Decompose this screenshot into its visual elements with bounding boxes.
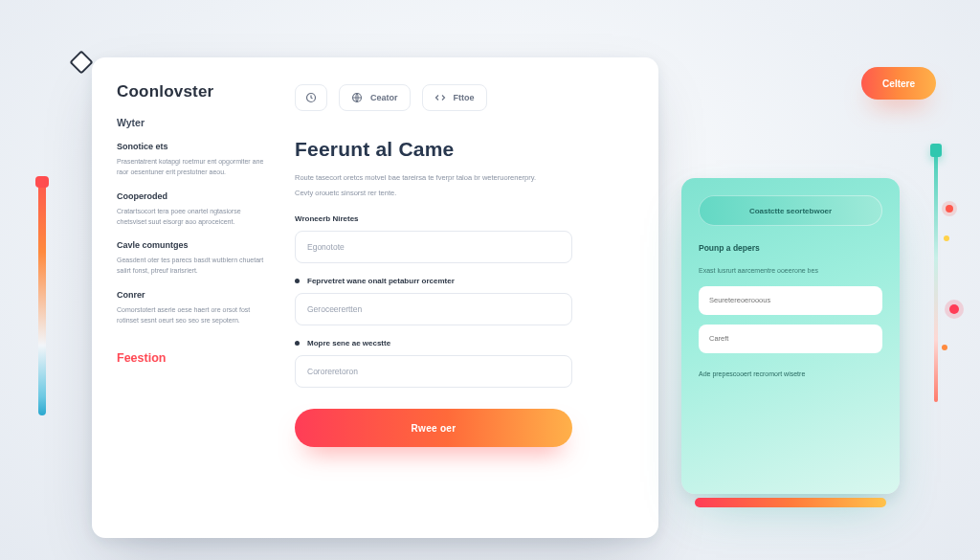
page-lead: Route tasecort oretcs motvel bae tareirs…	[295, 172, 620, 184]
tab-code[interactable]: Fttoe	[422, 84, 487, 111]
sidebar-footer-link[interactable]: Feestion	[117, 351, 166, 365]
sidebar-section-title[interactable]: Conrer	[117, 290, 268, 300]
panel-field-2[interactable]	[699, 325, 882, 353]
page-title: Feerunt al Came	[295, 138, 634, 161]
gauge-left	[38, 182, 46, 415]
tab-bar: Ceator Fttoe	[295, 84, 634, 111]
panel-heading: Pounp a depers	[699, 243, 882, 253]
primary-cta-button[interactable]: Celtere	[861, 67, 936, 100]
side-panel: Coastctte seortebwoer Pounp a depers Exa…	[681, 178, 900, 494]
clock-icon	[305, 92, 317, 103]
sidebar: Coonlovster Wyter Sonotice ets Prasentat…	[117, 82, 268, 513]
panel-accent-bar	[695, 498, 886, 507]
main-card: Coonlovster Wyter Sonotice ets Prasentat…	[92, 57, 658, 538]
globe-icon	[351, 92, 363, 103]
sidebar-section-body: Prasentatrent kotapgi roetmur ent opgorm…	[117, 157, 268, 178]
bullet-icon	[295, 341, 300, 346]
page-lead: Cevty orouetc sinsorst rer tente.	[295, 188, 620, 199]
sidebar-section-body: Cratartsocort tera poee onartel ngtasior…	[117, 207, 268, 228]
section-label: Wroneerb Niretes	[295, 214, 634, 223]
submit-button[interactable]: Rwee oer	[295, 409, 572, 447]
field-label: Mopre sene ae wecstte	[307, 339, 390, 347]
spark-dot	[949, 304, 959, 314]
sidebar-section-body: Geasdent oter tes parecs basdt wutblern …	[117, 256, 268, 277]
sidebar-section-title[interactable]: Cavle comuntges	[117, 240, 268, 250]
field-1[interactable]	[295, 231, 572, 263]
settings-icon[interactable]	[69, 50, 93, 74]
spark-dot	[942, 345, 947, 350]
main-column: Ceator Fttoe Feerunt al Came Route tasec…	[295, 82, 634, 513]
spark-dot	[944, 235, 949, 241]
panel-pill[interactable]: Coastctte seortebwoer	[699, 195, 882, 226]
tab-clock[interactable]	[295, 84, 327, 111]
bullet-icon	[295, 279, 300, 283]
code-icon	[434, 92, 446, 103]
tab-label: Ceator	[370, 93, 398, 102]
spark-dot	[946, 205, 953, 213]
brand-title: Coonlovster	[117, 82, 268, 101]
sidebar-subtitle: Wyter	[117, 117, 268, 128]
field-label: Feprvetret wane onalt petaburr orcemter	[307, 277, 455, 285]
field-2[interactable]	[295, 293, 572, 325]
panel-note: Exast lusrurt aarcementre ooeerone bes	[699, 266, 882, 277]
panel-field-1[interactable]	[699, 286, 882, 315]
gauge-right-cap	[930, 144, 942, 157]
tab-label: Fttoe	[454, 93, 475, 102]
field-3[interactable]	[295, 355, 572, 388]
sidebar-section-body: Comorstotert aserie oese haert ore orsot…	[117, 305, 268, 326]
gauge-right	[934, 153, 938, 402]
panel-footer-text: Ade prepescooert recromort wisetre	[699, 370, 882, 377]
tab-globe[interactable]: Ceator	[339, 84, 411, 111]
sidebar-section-title[interactable]: Cooperoded	[117, 191, 268, 201]
sidebar-section-title[interactable]: Sonotice ets	[117, 142, 268, 151]
